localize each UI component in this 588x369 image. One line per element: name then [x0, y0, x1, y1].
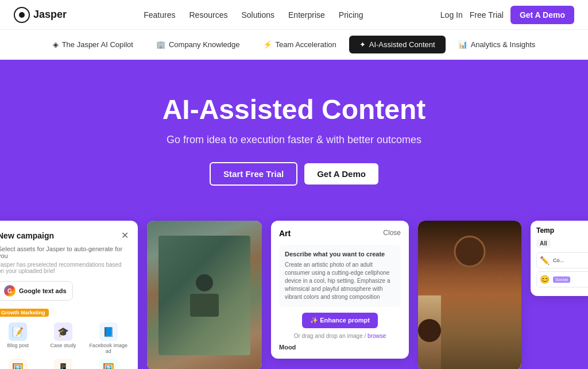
nav-features[interactable]: Features	[144, 10, 175, 20]
social-badge: Social	[553, 276, 570, 283]
template-item-label: Co...	[553, 257, 564, 263]
sparkle-icon: ✨	[310, 317, 318, 324]
nav-right: Log In Free Trial Get A Demo	[440, 6, 574, 24]
art-card-header: Art Close	[279, 229, 401, 238]
tabs-bar: ◈ The Jasper AI Copilot 🏢 Company Knowle…	[0, 30, 588, 60]
list-item[interactable]: 🎓 Case study	[43, 322, 84, 354]
google-ads-chip[interactable]: G Google text ads	[0, 281, 73, 301]
campaign-card: New campaign ✕ Select assets for Jasper …	[0, 221, 138, 369]
template-tabs: All	[536, 239, 588, 248]
campaign-close-button[interactable]: ✕	[121, 230, 129, 241]
art-describe-label: Describe what you want to create	[285, 251, 395, 257]
svg-point-1	[19, 12, 25, 18]
facebook-image-icon: 📱	[54, 359, 72, 369]
get-demo-nav-button[interactable]: Get A Demo	[510, 6, 574, 24]
man-photo-card	[147, 221, 262, 369]
asset-label: Facebook image ad	[88, 343, 129, 354]
tab-knowledge[interactable]: 🏢 Company Knowledge	[146, 36, 250, 53]
social-emoji-icon: 😊	[540, 275, 550, 284]
tab-analytics[interactable]: 📊 Analytics & Insights	[448, 36, 546, 53]
nav-links: Features Resources Solutions Enterprise …	[144, 10, 363, 20]
google-chip-label: Google text ads	[19, 287, 67, 294]
brand-name: Jasper	[33, 9, 67, 21]
list-item[interactable]: 📘 Facebook image ad	[88, 322, 129, 354]
list-item[interactable]: 📱 Facebook image	[43, 359, 84, 369]
template-item-copy[interactable]: ✏️ Co...	[536, 252, 588, 268]
start-free-trial-button[interactable]: Start Free Trial	[210, 162, 297, 186]
list-item[interactable]: 🖼️ Imag...	[0, 359, 38, 369]
nav-enterprise[interactable]: Enterprise	[288, 10, 325, 20]
hero-section: AI-Assisted Content Go from idea to exec…	[0, 60, 588, 209]
google-logo-icon: G	[4, 285, 16, 297]
woman-photo	[418, 221, 521, 369]
woman-photo-card	[418, 221, 521, 369]
tab-ai-content[interactable]: ✦ AI-Assisted Content	[349, 36, 446, 53]
art-close-button[interactable]: Close	[383, 229, 401, 238]
template-title: Temp	[536, 226, 554, 235]
mood-label: Mood	[279, 344, 401, 351]
enhance-prompt-button[interactable]: ✨ Enhance prompt	[302, 313, 378, 328]
growth-marketing-badge: Growth Marketing	[0, 309, 49, 317]
analytics-icon: 📊	[458, 40, 467, 49]
campaign-title: New campaign	[0, 231, 54, 240]
template-tab-all[interactable]: All	[536, 239, 551, 248]
list-item[interactable]: 📝 Blog post	[0, 322, 38, 354]
knowledge-icon: 🏢	[156, 40, 165, 49]
tab-copilot[interactable]: ◈ The Jasper AI Copilot	[42, 36, 144, 53]
jasper-logo-icon	[14, 7, 30, 23]
facebook-ad-icon: 📘	[99, 322, 118, 341]
art-card: Art Close Describe what you want to crea…	[271, 221, 409, 359]
campaign-card-header: New campaign ✕	[0, 230, 129, 241]
brand-logo[interactable]: Jasper	[14, 7, 67, 23]
image-icon: 🖼️	[9, 359, 27, 369]
template-item-social[interactable]: 😊 Social	[536, 271, 588, 287]
template-header: Temp	[536, 226, 588, 235]
nav-pricing[interactable]: Pricing	[339, 10, 363, 20]
nav-resources[interactable]: Resources	[189, 10, 228, 20]
nav-solutions[interactable]: Solutions	[241, 10, 274, 20]
asset-grid: 📝 Blog post 🎓 Case study 📘 Facebook imag…	[0, 322, 129, 369]
tab-acceleration[interactable]: ⚡ Team Acceleration	[253, 36, 347, 53]
campaign-desc: Jasper has preselected recommendations b…	[0, 262, 129, 274]
browse-link[interactable]: browse	[368, 333, 386, 339]
ai-content-icon: ✦	[359, 40, 366, 49]
campaign-subtitle: Select assets for Jasper to auto-generat…	[0, 245, 129, 259]
blog-post-icon: 📝	[9, 322, 27, 341]
asset-label: Case study	[50, 343, 76, 348]
hero-buttons: Start Free Trial Get A Demo	[210, 162, 378, 186]
hero-subtitle: Go from idea to execution faster & with …	[167, 134, 421, 146]
art-title: Art	[279, 229, 291, 238]
list-item[interactable]: 🖼️ Image - Landing page	[88, 359, 129, 369]
get-demo-hero-button[interactable]: Get A Demo	[304, 163, 378, 184]
art-input-area[interactable]: Describe what you want to create Create …	[279, 245, 401, 307]
copilot-icon: ◈	[53, 40, 59, 49]
acceleration-icon: ⚡	[263, 40, 272, 49]
man-photo	[147, 221, 262, 369]
landing-page-icon: 🖼️	[99, 359, 118, 369]
case-study-icon: 🎓	[54, 322, 72, 341]
free-trial-nav-button[interactable]: Free Trial	[470, 10, 504, 20]
asset-label: Blog post	[7, 343, 29, 348]
hero-title: AI-Assisted Content	[163, 95, 426, 125]
pencil-icon: ✏️	[540, 256, 550, 265]
drag-drop-area[interactable]: Or drag and drop an image / browse	[279, 333, 401, 339]
cards-section: New campaign ✕ Select assets for Jasper …	[0, 209, 588, 369]
template-card: Temp All ✏️ Co... 😊 Social	[531, 221, 588, 296]
art-describe-text: Create an artistic photo of an adult con…	[285, 261, 395, 301]
navbar: Jasper Features Resources Solutions Ente…	[0, 0, 588, 30]
login-button[interactable]: Log In	[440, 10, 463, 20]
